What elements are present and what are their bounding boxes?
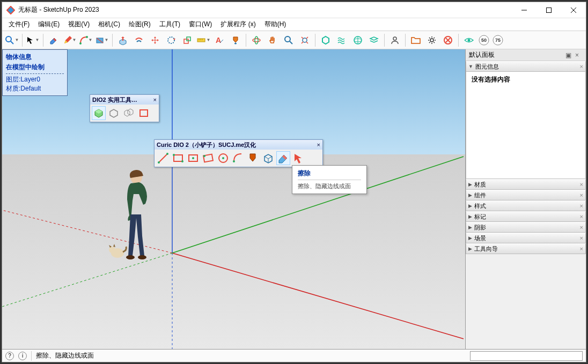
- svg-point-59: [192, 157, 194, 159]
- tray-item-shadows[interactable]: ▶阴影×: [466, 222, 586, 233]
- curic-paint-tool[interactable]: [246, 151, 260, 165]
- curic-dio2-panel[interactable]: Curic DIO 2（小铲子）SUCJ.me汉化 ×: [154, 139, 323, 167]
- ext-wave-tool[interactable]: [334, 33, 349, 48]
- svg-rect-55: [174, 155, 182, 161]
- eraser-tool[interactable]: [46, 33, 61, 48]
- move-tool[interactable]: [148, 33, 163, 48]
- curic-eraser-tool[interactable]: [276, 151, 290, 165]
- svg-point-63: [222, 157, 224, 159]
- ext-hexagon-tool[interactable]: [318, 33, 333, 48]
- menu-edit[interactable]: 编辑(E): [34, 19, 64, 30]
- minimize-button[interactable]: [512, 2, 536, 18]
- orbit-tool[interactable]: [249, 33, 264, 48]
- zoom-tool[interactable]: [281, 33, 296, 48]
- delete-tool[interactable]: [440, 33, 455, 48]
- offset-tool[interactable]: [131, 33, 146, 48]
- curic-rect-tool[interactable]: [171, 151, 185, 165]
- dio2-tool-1[interactable]: [92, 106, 106, 120]
- menu-extensions[interactable]: 扩展程序 (x): [216, 19, 260, 30]
- pan-tool[interactable]: [265, 33, 280, 48]
- menu-view[interactable]: 视图(V): [64, 19, 94, 30]
- menu-tools[interactable]: 工具(T): [155, 19, 185, 30]
- svg-point-56: [173, 154, 175, 156]
- dio2-tool-3[interactable]: [122, 106, 136, 120]
- zoom-extents-tool[interactable]: [297, 33, 312, 48]
- menu-camera[interactable]: 相机(C): [94, 19, 124, 30]
- right-panel: 默认面板 ▣ × ▼ 图元信息 × 没有选择内容 ▶材质× ▶组件× ▶样式× …: [465, 49, 586, 349]
- menu-file[interactable]: 文件(F): [4, 19, 34, 30]
- dio2-panel-close[interactable]: ×: [153, 96, 157, 103]
- tray-item-materials[interactable]: ▶材质×: [466, 179, 586, 190]
- visibility-tool[interactable]: [461, 33, 476, 48]
- svg-point-47: [126, 255, 135, 259]
- info-icon[interactable]: i: [18, 352, 27, 360]
- ext-layers-tool[interactable]: [366, 33, 381, 48]
- curic-rect-center-tool[interactable]: [186, 151, 200, 165]
- folder-tool[interactable]: [408, 33, 423, 48]
- svg-line-52: [159, 154, 167, 162]
- badge-50[interactable]: 50: [477, 33, 490, 48]
- entity-info-content: 没有选择内容: [466, 72, 586, 179]
- svg-rect-3: [547, 8, 552, 12]
- search-tool[interactable]: ▼: [4, 33, 19, 48]
- select-tool[interactable]: ▼: [25, 33, 40, 48]
- dio2-tool-2[interactable]: [107, 106, 121, 120]
- curic-panel-close[interactable]: ×: [317, 142, 320, 148]
- window-title: 无标题 - SketchUp Pro 2023: [18, 5, 512, 14]
- rectangle-tool[interactable]: ▼: [94, 33, 109, 48]
- curic-select-tool[interactable]: [291, 151, 305, 165]
- menu-help[interactable]: 帮助(H): [260, 19, 291, 30]
- entity-info-overlay: 物体信息 在模型中绘制 图层:Layer0 材质:Default: [2, 49, 68, 96]
- curic-cube-tool[interactable]: [261, 151, 275, 165]
- svg-line-27: [290, 41, 292, 44]
- user-tool[interactable]: [387, 33, 402, 48]
- svg-point-24: [253, 39, 260, 42]
- curic-arc-tool[interactable]: [231, 151, 245, 165]
- menu-draw[interactable]: 绘图(R): [124, 19, 155, 30]
- svg-point-9: [86, 36, 88, 38]
- tray-item-components[interactable]: ▶组件×: [466, 190, 586, 200]
- text-tool[interactable]: A: [212, 33, 227, 48]
- tape-tool[interactable]: ▼: [196, 33, 211, 48]
- rotate-tool[interactable]: [164, 33, 179, 48]
- tooltip-title: 擦除: [298, 169, 361, 180]
- curic-rect-rotated-tool[interactable]: [201, 151, 215, 165]
- curic-circle-tool[interactable]: [216, 151, 230, 165]
- pencil-tool[interactable]: ▼: [62, 33, 77, 48]
- tray-header: 默认面板 ▣ ×: [466, 49, 586, 61]
- tray-pin-icon[interactable]: ▣: [565, 51, 573, 59]
- titlebar: 无标题 - SketchUp Pro 2023: [2, 2, 586, 18]
- dio2-panel-title: DIO2 实用工具…: [92, 96, 137, 104]
- svg-line-7: [11, 41, 13, 44]
- gear-tool[interactable]: [424, 33, 439, 48]
- tray-item-tags[interactable]: ▶标记×: [466, 211, 586, 222]
- tray-item-instructor[interactable]: ▶工具向导×: [466, 243, 586, 254]
- scale-tool[interactable]: [180, 33, 195, 48]
- badge-75[interactable]: 75: [491, 33, 504, 48]
- dio2-tools-panel[interactable]: DIO2 实用工具… ×: [90, 94, 159, 122]
- maximize-button[interactable]: [536, 2, 561, 18]
- menu-window[interactable]: 窗口(W): [185, 19, 216, 30]
- tray-item-scenes[interactable]: ▶场景×: [466, 233, 586, 243]
- close-button[interactable]: [561, 2, 586, 18]
- help-icon[interactable]: ?: [5, 352, 14, 360]
- dio2-tool-4[interactable]: [137, 106, 151, 120]
- tooltip-body: 擦除、隐藏边线或面: [298, 182, 361, 190]
- tray-item-styles[interactable]: ▶样式×: [466, 200, 586, 211]
- tray-item-close[interactable]: ×: [580, 63, 583, 70]
- pushpull-tool[interactable]: [115, 33, 130, 48]
- arc-tool[interactable]: ▼: [78, 33, 93, 48]
- measurement-box[interactable]: [470, 351, 583, 361]
- svg-point-6: [6, 36, 11, 42]
- tray-close-icon[interactable]: ×: [575, 51, 583, 59]
- svg-point-28: [303, 38, 307, 42]
- paint-tool[interactable]: [228, 33, 243, 48]
- ext-globe-tool[interactable]: [350, 33, 365, 48]
- viewport[interactable]: 物体信息 在模型中绘制 图层:Layer0 材质:Default DIO2 实用…: [2, 49, 465, 349]
- statusbar: ? i 擦除、隐藏边线或面: [2, 349, 586, 362]
- svg-text:A: A: [216, 36, 221, 44]
- svg-rect-17: [197, 39, 205, 42]
- curic-line-tool[interactable]: [156, 151, 170, 165]
- svg-point-32: [393, 37, 396, 40]
- tray-item-entity-info[interactable]: ▼ 图元信息 ×: [466, 61, 586, 72]
